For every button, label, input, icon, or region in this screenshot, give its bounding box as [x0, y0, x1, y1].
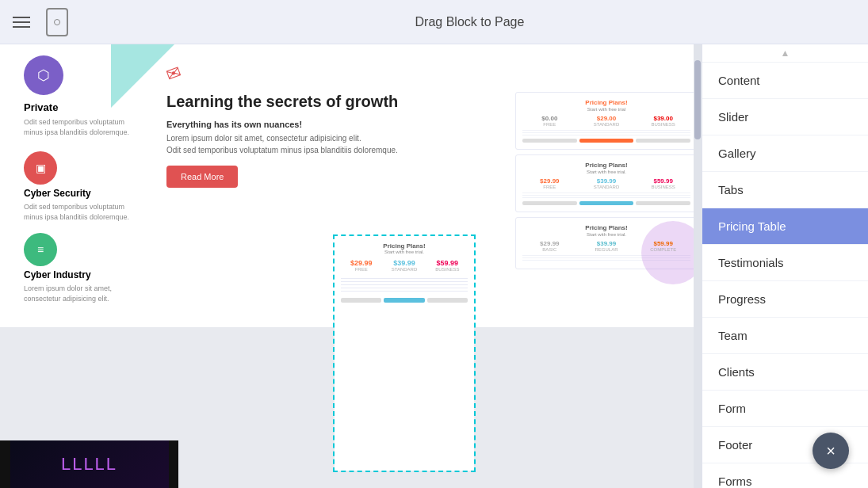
teal-decoration [111, 44, 174, 108]
cp3-title: Pricing Plans! [522, 224, 690, 231]
cp3-cols: $29.99 BASIC $39.99 REGULAR $59.99 COMPL… [522, 240, 690, 252]
dot-3[interactable] [353, 317, 358, 322]
cp1-price1: $0.00 [522, 115, 577, 122]
cyber-security-desc: Odit sed temporibus voluptatum minus ips… [24, 202, 143, 222]
device-preview-icon[interactable] [46, 8, 68, 36]
block-picker-panel: ▲ ContentSliderGalleryTabsPricing TableT… [702, 44, 868, 488]
canvas-pricing-1: Pricing Plans! Start with free trial $0.… [515, 92, 698, 150]
cp2-col2: $39.99 STANDARD [579, 177, 634, 189]
cp1-divider [522, 130, 690, 131]
cp1-title: Pricing Plans! [522, 99, 690, 106]
cp3-price1: $29.99 [522, 240, 577, 247]
cp2-col3: $59.99 BUSINESS [636, 177, 690, 189]
cp3-price3: $59.99 [636, 240, 690, 247]
sidebar-item-gallery[interactable]: Gallery [702, 135, 868, 172]
cp1-divider3 [522, 135, 690, 135]
cp3-price2: $39.99 [579, 240, 634, 247]
cp2-label2: STANDARD [579, 185, 634, 189]
panel-items: ContentSliderGalleryTabsPricing TableTes… [702, 63, 868, 488]
footer-text-deco: LLLLL [61, 454, 117, 475]
dot-navigation [0, 312, 702, 327]
cyber-industry-title: Cyber Industry [24, 269, 143, 280]
cp1-col2: $29.00 STANDARD [579, 115, 634, 127]
canvas-scrollbar[interactable] [694, 44, 702, 488]
canvas-area: ⬡ Private Odit sed temporibus voluptatum… [0, 44, 702, 488]
cyber-industry-card: ≡ Cyber Industry Lorem ipsum dolor sit a… [24, 233, 143, 303]
dot-1[interactable] [334, 317, 339, 322]
sidebar-item-testimonials[interactable]: Testimonials [702, 245, 868, 281]
sidebar-item-forms[interactable]: Forms [702, 463, 868, 488]
footer-strip: LLLLL [0, 440, 178, 488]
cyber-security-card: ▣ Cyber Security Odit sed temporibus vol… [24, 151, 143, 222]
cp1-btn3 [636, 139, 690, 143]
canvas-scrollbar-thumb[interactable] [694, 60, 701, 139]
cyber-security-icon: ▣ [24, 151, 57, 185]
cp1-price3: $39.00 [636, 115, 690, 122]
cp3-sub: Start with free trial. [522, 232, 690, 237]
topbar-title: Drag Block to Page [84, 15, 855, 29]
sidebar-item-clients[interactable]: Clients [702, 354, 868, 391]
sidebar-item-form[interactable]: Form [702, 391, 868, 427]
cp1-btn2 [579, 139, 634, 143]
scroll-up-arrow[interactable]: ▲ [781, 48, 790, 59]
cp2-price1: $29.99 [522, 177, 577, 185]
cp1-label3: BUSINESS [636, 122, 690, 127]
cp1-col3: $39.00 BUSINESS [636, 115, 690, 127]
sidebar-item-tabs[interactable]: Tabs [702, 172, 868, 208]
cp2-sub: Start with free trial. [522, 170, 690, 174]
cp1-price2: $29.00 [579, 115, 634, 122]
dot-4[interactable] [362, 317, 368, 322]
sidebar-item-team[interactable]: Team [702, 318, 868, 354]
cp1-btns [522, 139, 690, 143]
cp2-label1: FREE [522, 185, 577, 189]
cp3-col2: $39.99 REGULAR [579, 240, 634, 252]
scroll-up-area: ▲ [702, 44, 868, 63]
cp2-col1: $29.99 FREE [522, 177, 577, 189]
dot-2[interactable] [343, 317, 349, 322]
cp3-label1: BASIC [522, 247, 577, 252]
menu-button[interactable] [13, 17, 30, 28]
read-more-button[interactable]: Read More [166, 166, 238, 188]
close-button[interactable]: × [813, 433, 849, 469]
cp3-label2: REGULAR [579, 247, 634, 252]
canvas-pricing-3: Pricing Plans! Start with free trial. $2… [515, 217, 698, 269]
cp1-label2: STANDARD [579, 122, 634, 127]
cyber-industry-desc: Lorem ipsum dolor sit amet, consectetur … [24, 284, 143, 303]
cp2-btns [522, 201, 690, 205]
sidebar-item-pricing-table[interactable]: Pricing Table [702, 208, 868, 245]
private-desc: Odit sed temporibus voluptatum minus ips… [24, 117, 143, 137]
cp2-cols: $29.99 FREE $39.99 STANDARD $59.99 BUSIN… [522, 177, 690, 189]
cp3-label3: COMPLETE [636, 247, 690, 252]
cp1-cols: $0.00 FREE $29.00 STANDARD $39.00 BUSINE… [522, 115, 690, 127]
canvas-pricing-previews: Pricing Plans! Start with free trial $0.… [515, 92, 698, 269]
cp1-btn1 [522, 139, 577, 143]
private-icon: ⬡ [24, 55, 63, 95]
main-area: ⬡ Private Odit sed temporibus voluptatum… [0, 44, 868, 488]
cp1-divider2 [522, 132, 690, 133]
cp2-price2: $39.99 [579, 177, 634, 185]
sidebar-item-content[interactable]: Content [702, 63, 868, 99]
cp3-col1: $29.99 BASIC [522, 240, 577, 252]
cp1-col1: $0.00 FREE [522, 115, 577, 127]
cp1-sub: Start with free trial [522, 107, 690, 112]
cyber-industry-icon: ≡ [24, 233, 57, 266]
sidebar-item-progress[interactable]: Progress [702, 281, 868, 318]
cp1-label1: FREE [522, 122, 577, 127]
cp2-price3: $59.99 [636, 177, 690, 185]
footer-image: LLLLL [10, 440, 169, 488]
topbar: Drag Block to Page [0, 0, 868, 44]
cp3-col3: $59.99 COMPLETE [636, 240, 690, 252]
cp2-label3: BUSINESS [636, 185, 690, 189]
cyber-security-title: Cyber Security [24, 188, 143, 199]
canvas-pricing-2: Pricing Plans! Start with free trial. $2… [515, 154, 698, 212]
sidebar-item-slider[interactable]: Slider [702, 99, 868, 135]
cp2-title: Pricing Plans! [522, 162, 690, 169]
